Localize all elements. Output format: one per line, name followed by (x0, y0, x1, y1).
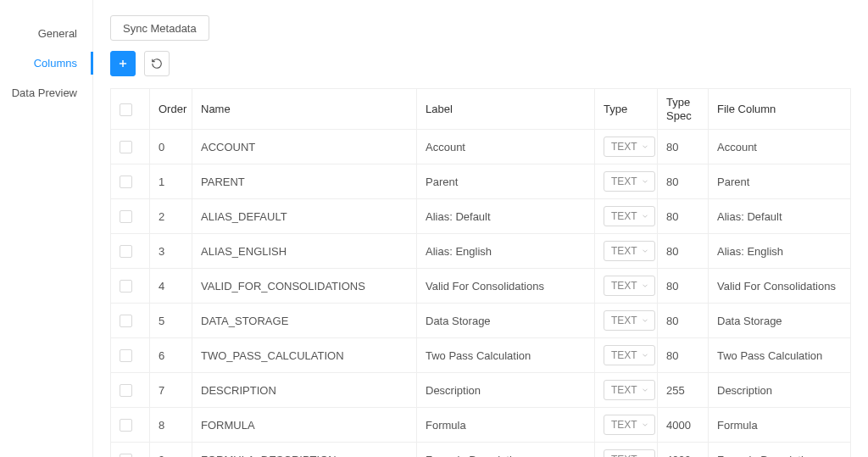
cell-file-column: Formula (709, 408, 851, 443)
type-select-value: TEXT (611, 315, 637, 326)
cell-file-column: Valid For Consolidations (709, 269, 851, 304)
row-checkbox[interactable] (120, 280, 132, 293)
app-root: General Columns Data Preview Sync Metada… (0, 0, 868, 457)
type-select-value: TEXT (611, 419, 637, 431)
cell-label: Account (417, 130, 595, 164)
row-checkbox[interactable] (120, 315, 132, 327)
cell-order: 8 (150, 408, 192, 443)
type-select[interactable]: TEXT (604, 345, 655, 365)
table-header-row: Order Name Label Type Type Spec File Col… (111, 89, 851, 130)
cell-label: Description (417, 373, 595, 408)
cell-name: DATA_STORAGE (192, 304, 417, 338)
row-checkbox[interactable] (120, 384, 132, 397)
table-body: 0 ACCOUNT Account TEXT 80 Account 1 PARE… (111, 130, 851, 457)
cell-type: TEXT (595, 338, 658, 373)
table-row: 9 FORMULA_DESCRIPTION Formula Descriptio… (111, 443, 851, 457)
columns-table: Order Name Label Type Type Spec File Col… (110, 88, 851, 457)
table-row: 0 ACCOUNT Account TEXT 80 Account (111, 130, 851, 164)
cell-name: ALIAS_DEFAULT (192, 199, 417, 234)
cell-type-spec: 80 (658, 234, 709, 269)
cell-type-spec: 80 (658, 304, 709, 338)
table-row: 1 PARENT Parent TEXT 80 Parent (111, 164, 851, 199)
cell-name: PARENT (192, 164, 417, 199)
refresh-button[interactable] (144, 51, 170, 76)
table-row: 7 DESCRIPTION Description TEXT 255 Descr… (111, 373, 851, 408)
cell-label: Formula Description (417, 443, 595, 457)
main-content: Sync Metadata Order N (93, 0, 868, 457)
cell-type: TEXT (595, 443, 658, 457)
type-select[interactable]: TEXT (604, 241, 655, 261)
row-checkbox[interactable] (120, 176, 132, 188)
cell-type-spec: 4000 (658, 443, 709, 457)
table-row: 4 VALID_FOR_CONSOLIDATIONS Valid For Con… (111, 269, 851, 304)
type-select[interactable]: TEXT (604, 276, 655, 296)
header-label: Label (417, 89, 595, 130)
cell-order: 3 (150, 234, 192, 269)
cell-file-column: Account (709, 130, 851, 164)
type-select[interactable]: TEXT (604, 380, 655, 400)
row-checkbox-cell (111, 234, 150, 269)
cell-type: TEXT (595, 234, 658, 269)
chevron-down-icon (641, 281, 649, 290)
table-row: 2 ALIAS_DEFAULT Alias: Default TEXT 80 A… (111, 199, 851, 234)
header-name: Name (192, 89, 417, 130)
cell-file-column: Parent (709, 164, 851, 199)
type-select-value: TEXT (611, 176, 637, 187)
cell-name: FORMULA_DESCRIPTION (192, 443, 417, 457)
top-toolbar: Sync Metadata (110, 15, 851, 41)
cell-type-spec: 4000 (658, 408, 709, 443)
action-row (110, 51, 851, 76)
cell-order: 7 (150, 373, 192, 408)
chevron-down-icon (641, 351, 649, 359)
type-select[interactable]: TEXT (604, 310, 655, 331)
cell-order: 9 (150, 443, 192, 457)
cell-file-column: Alias: Default (709, 199, 851, 234)
chevron-down-icon (641, 212, 649, 220)
plus-icon (117, 58, 129, 70)
cell-type-spec: 80 (658, 269, 709, 304)
cell-order: 2 (150, 199, 192, 234)
chevron-down-icon (641, 247, 649, 255)
cell-label: Alias: Default (417, 199, 595, 234)
row-checkbox[interactable] (120, 349, 132, 362)
cell-type-spec: 255 (658, 373, 709, 408)
add-button[interactable] (110, 51, 136, 76)
sidebar-item-columns[interactable]: Columns (0, 48, 92, 78)
type-select[interactable]: TEXT (604, 206, 655, 226)
cell-name: ALIAS_ENGLISH (192, 234, 417, 269)
sidebar-item-general[interactable]: General (0, 19, 92, 48)
cell-name: VALID_FOR_CONSOLIDATIONS (192, 269, 417, 304)
row-checkbox[interactable] (120, 141, 132, 153)
cell-label: Formula (417, 408, 595, 443)
type-select[interactable]: TEXT (604, 171, 655, 192)
row-checkbox-cell (111, 199, 150, 234)
row-checkbox[interactable] (120, 245, 132, 258)
type-select-value: TEXT (611, 454, 637, 457)
table-row: 8 FORMULA Formula TEXT 4000 Formula (111, 408, 851, 443)
type-select-value: TEXT (611, 245, 637, 257)
cell-type: TEXT (595, 199, 658, 234)
cell-order: 0 (150, 130, 192, 164)
cell-type: TEXT (595, 373, 658, 408)
chevron-down-icon (641, 142, 649, 151)
row-checkbox[interactable] (120, 454, 132, 457)
type-select[interactable]: TEXT (604, 415, 655, 435)
sidebar-item-data-preview[interactable]: Data Preview (0, 78, 92, 108)
row-checkbox[interactable] (120, 210, 132, 223)
cell-order: 4 (150, 269, 192, 304)
cell-type: TEXT (595, 269, 658, 304)
header-file-column: File Column (709, 89, 851, 130)
row-checkbox-cell (111, 373, 150, 408)
type-select[interactable]: TEXT (604, 137, 655, 157)
cell-type-spec: 80 (658, 130, 709, 164)
sync-metadata-button[interactable]: Sync Metadata (110, 15, 209, 41)
cell-label: Two Pass Calculation (417, 338, 595, 373)
cell-file-column: Alias: English (709, 234, 851, 269)
refresh-icon (151, 58, 163, 70)
chevron-down-icon (641, 316, 649, 325)
select-all-checkbox[interactable] (120, 103, 132, 116)
cell-file-column: Data Storage (709, 304, 851, 338)
row-checkbox[interactable] (120, 419, 132, 432)
cell-file-column: Description (709, 373, 851, 408)
type-select[interactable]: TEXT (604, 449, 655, 457)
